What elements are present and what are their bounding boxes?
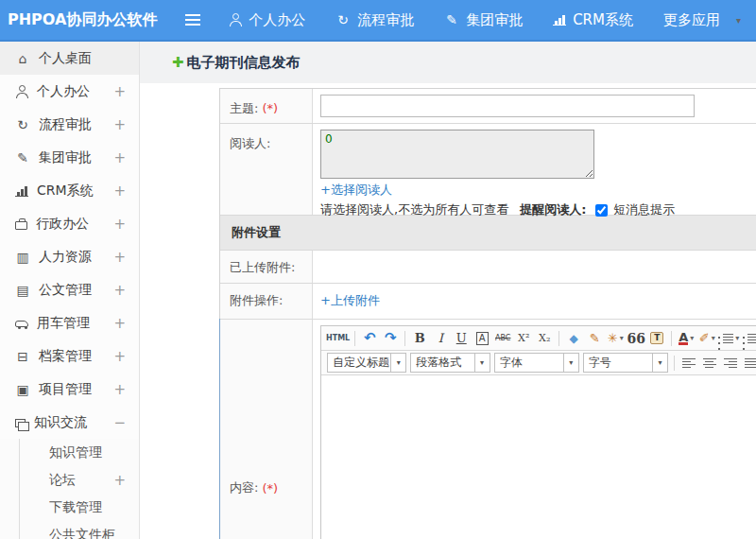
expand-icon[interactable]: + (113, 116, 126, 133)
sidebar-item-知识交流[interactable]: 知识交流− (0, 406, 139, 439)
page-title: 电子期刊信息发布 (187, 54, 301, 72)
expand-icon[interactable]: + (113, 381, 126, 398)
sidebar-item-label: 档案管理 (39, 348, 113, 365)
sidebar-item-label: 个人桌面 (39, 50, 126, 67)
select-readers-link[interactable]: +选择阅读人 (320, 183, 392, 197)
redo-icon[interactable]: ↷ (381, 329, 400, 348)
italic-icon[interactable]: I (431, 329, 450, 348)
font-family-select[interactable]: 字体▾ (494, 353, 579, 373)
paste-word-icon[interactable]: T (647, 329, 666, 348)
sidebar-item-个人桌面[interactable]: ⌂个人桌面 (0, 42, 139, 75)
sidebar-item-集团审批[interactable]: ✎集团审批+ (0, 141, 139, 174)
home-icon: ⌂ (15, 52, 30, 65)
strikethrough-icon[interactable]: ABC (493, 329, 512, 348)
sidebar-item-label: 下载管理 (49, 499, 126, 516)
nav-item-label: 流程审批 (357, 11, 414, 29)
chevron-down-icon: ▾ (474, 354, 490, 372)
sidebar-item-论坛[interactable]: 论坛+ (20, 466, 139, 494)
toolbar-separator (404, 331, 405, 346)
autotypeset-icon: ✳ (608, 332, 618, 344)
expand-icon[interactable]: + (113, 249, 126, 266)
expand-icon[interactable]: + (113, 83, 126, 100)
align-center-icon (703, 358, 716, 368)
toolbar-separator (671, 331, 672, 346)
expand-icon[interactable]: + (113, 348, 126, 365)
sidebar-item-CRM系统[interactable]: CRM系统+ (0, 174, 139, 207)
content-label: 内容:(*) (220, 320, 313, 539)
nav-item-更多应用[interactable]: 更多应用▾ (648, 0, 756, 41)
subject-row: 主题:(*) (220, 89, 756, 124)
user-icon (15, 85, 28, 98)
highlight-icon[interactable]: ✐▾ (697, 329, 716, 348)
sidebar-item-label: 个人办公 (37, 83, 113, 100)
nav-item-label: 集团审批 (466, 11, 523, 29)
sidebar-item-项目管理[interactable]: ▣项目管理+ (0, 373, 139, 406)
expand-icon[interactable]: + (113, 282, 126, 299)
expand-icon[interactable]: + (113, 315, 126, 332)
superscript-icon[interactable]: X² (514, 329, 533, 348)
sidebar-item-公文管理[interactable]: ▤公文管理+ (0, 273, 139, 306)
nav-item-流程审批[interactable]: ↻流程审批 (320, 0, 429, 41)
document-icon: ▤ (15, 284, 30, 297)
expand-icon[interactable]: + (113, 216, 126, 233)
nav-item-label: 更多应用 (663, 11, 720, 29)
ordered-list-icon[interactable]: ▾ (718, 329, 739, 348)
uploaded-value (313, 251, 756, 283)
format-brush-icon: ✎ (590, 332, 600, 344)
font-size-select[interactable]: 字号▾ (583, 353, 668, 373)
sidebar-item-个人办公[interactable]: 个人办公+ (0, 75, 139, 108)
sidebar-item-下载管理[interactable]: 下载管理 (20, 494, 139, 521)
sidebar-item-人力资源[interactable]: ▥人力资源+ (0, 240, 139, 273)
sidebar-item-公共文件柜[interactable]: 公共文件柜 (20, 521, 139, 539)
nav-item-集团审批[interactable]: ✎集团审批 (429, 0, 538, 41)
sidebar-item-label: 知识交流 (34, 414, 113, 431)
collapse-icon[interactable]: − (113, 414, 126, 431)
font-color-icon[interactable]: A▾ (677, 329, 696, 348)
expand-icon[interactable]: + (113, 472, 126, 489)
sidebar-item-用车管理[interactable]: 用车管理+ (0, 306, 139, 339)
bold-icon[interactable]: B (410, 329, 429, 348)
align-center-icon[interactable] (700, 354, 719, 373)
paragraph-select[interactable]: 段落格式▾ (410, 353, 490, 373)
unordered-list-icon[interactable] (741, 329, 756, 348)
blockquote-icon[interactable]: 66 (627, 329, 645, 348)
format-brush-icon[interactable]: ✎ (585, 329, 604, 348)
subscript-icon[interactable]: X₂ (535, 329, 554, 348)
readers-label: 阅读人: (220, 124, 313, 215)
font-border-icon[interactable]: A (472, 329, 491, 348)
html-source-button[interactable]: HTML (326, 329, 350, 348)
sidebar-item-label: 流程审批 (39, 116, 113, 133)
select-value: 段落格式 (416, 355, 461, 371)
subject-input[interactable] (320, 95, 695, 117)
nav-item-个人办公[interactable]: 个人办公 (214, 0, 320, 41)
unordered-list-icon (747, 334, 756, 343)
project-icon: ▣ (15, 383, 30, 396)
font-border-icon: A (476, 332, 489, 345)
sidebar-item-流程审批[interactable]: ↻流程审批+ (0, 108, 139, 141)
expand-icon[interactable]: + (113, 183, 126, 200)
autotypeset-icon[interactable]: ✳▾ (606, 329, 625, 348)
eraser-icon[interactable]: ◆ (564, 329, 583, 348)
nav-item-CRM系统[interactable]: CRM系统 (538, 0, 648, 41)
undo-icon[interactable]: ↶ (360, 329, 379, 348)
sidebar-menu: ⌂个人桌面个人办公+↻流程审批+✎集团审批+CRM系统+行政办公+▥人力资源+▤… (0, 42, 140, 539)
sms-checkbox[interactable] (595, 204, 608, 217)
sidebar-item-label: 项目管理 (39, 381, 113, 398)
sidebar-item-知识管理[interactable]: 知识管理 (20, 439, 139, 466)
toolbar-separator (674, 356, 675, 371)
underline-icon[interactable]: U (452, 329, 471, 348)
upload-attachment-link[interactable]: +上传附件 (320, 293, 380, 307)
align-left-icon[interactable] (679, 354, 698, 373)
justify-icon[interactable] (742, 354, 756, 373)
editor-content-area[interactable] (321, 375, 756, 539)
align-right-icon[interactable] (721, 354, 740, 373)
sidebar-item-档案管理[interactable]: ⊟档案管理+ (0, 339, 139, 373)
group-approval-icon: ✎ (444, 13, 459, 26)
hamburger-menu-icon[interactable] (185, 14, 200, 16)
sidebar-item-label: CRM系统 (37, 183, 113, 200)
expand-icon[interactable]: + (113, 149, 126, 166)
readers-textarea[interactable]: 0 (320, 130, 594, 179)
custom-title-select[interactable]: 自定义标题▾ (327, 353, 406, 373)
knowledge-submenu: 知识管理论坛+下载管理公共文件柜 (19, 439, 139, 539)
sidebar-item-行政办公[interactable]: 行政办公+ (0, 207, 139, 240)
